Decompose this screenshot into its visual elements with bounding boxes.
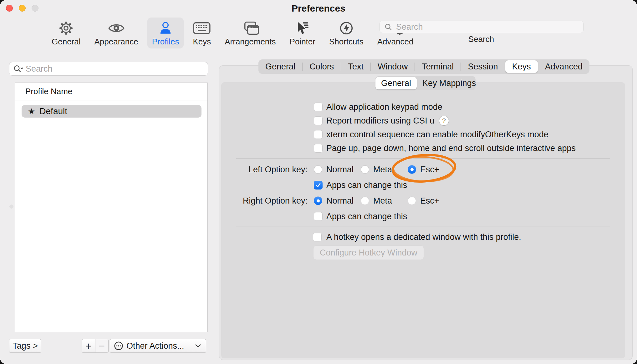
section-divider (236, 226, 610, 226)
radio-label: Normal (326, 196, 354, 206)
keyboard-icon (193, 20, 211, 36)
right-apps-change-checkbox[interactable] (314, 212, 323, 221)
right-option-esc-radio[interactable] (408, 197, 416, 205)
bolt-circle-icon (339, 20, 354, 36)
checkbox-label: Apps can change this (326, 180, 407, 190)
left-option-meta-radio[interactable] (361, 165, 369, 174)
radio-label: Normal (326, 165, 354, 174)
toolbar-search-input[interactable] (395, 22, 572, 32)
left-option-label: Left Option key: (219, 165, 308, 174)
profile-list-header: Profile Name (15, 83, 207, 100)
subtab-general[interactable]: General (375, 77, 417, 89)
tags-button-label: Tags > (13, 341, 38, 351)
add-remove-group: + − (82, 339, 109, 353)
other-actions-dropdown[interactable]: Other Actions... (110, 339, 206, 353)
tab-terminal[interactable]: Terminal (415, 60, 461, 73)
profile-tabs: General Colors Text Window Terminal Sess… (258, 59, 589, 74)
toolbar-item-label: Arrangements (225, 37, 276, 47)
chevron-down-icon (195, 344, 201, 348)
ellipsis-circle-icon (114, 341, 123, 351)
toolbar-item-label: Shortcuts (329, 37, 364, 47)
left-option-esc-radio[interactable] (408, 165, 416, 174)
tab-window[interactable]: Window (371, 60, 415, 73)
tab-text[interactable]: Text (341, 60, 370, 73)
remove-profile-button[interactable]: − (95, 339, 109, 352)
checkbox-label: A hotkey opens a dedicated window with t… (326, 232, 521, 242)
radio-label: Meta (373, 165, 392, 174)
left-apps-change-checkbox[interactable] (314, 181, 323, 190)
keys-subtabs: General Key Mappings (375, 76, 476, 90)
person-icon (158, 20, 173, 36)
checkbox-label: Page up, page down, home and end scroll … (326, 144, 576, 153)
checkbox-label: xterm control sequence can enable modify… (326, 130, 548, 139)
toolbar-item-label: Keys (193, 37, 211, 47)
toolbar-item-shortcuts[interactable]: Shortcuts (324, 18, 368, 48)
right-option-meta-radio[interactable] (361, 197, 369, 205)
toolbar-item-label: Profiles (152, 37, 179, 47)
hotkey-checkbox[interactable] (313, 233, 322, 241)
checkbox-row: Allow application keypad mode (0, 100, 637, 114)
left-option-normal-radio[interactable] (314, 165, 322, 174)
toolbar-item-arrangements[interactable]: Arrangements (220, 18, 280, 48)
toolbar-item-label: Pointer (290, 37, 315, 47)
search-icon (384, 23, 392, 31)
hotkey-row: A hotkey opens a dedicated window with t… (0, 230, 637, 244)
toolbar-search-label: Search (380, 34, 583, 44)
profile-search-input[interactable] (25, 64, 195, 74)
add-profile-button[interactable]: + (82, 339, 95, 352)
radio-label: Esc+ (420, 165, 439, 174)
help-button[interactable]: ? (439, 116, 449, 125)
cursor-icon (295, 20, 310, 36)
radio-dot (317, 199, 320, 202)
toolbar-item-label: Appearance (94, 37, 138, 47)
checkbox-row: xterm control sequence can enable modify… (0, 128, 637, 141)
right-option-normal-radio[interactable] (314, 197, 322, 205)
screenshot-stage: Preferences General Appearance Profiles … (0, 0, 637, 364)
toolbar-item-keys[interactable]: Keys (188, 18, 216, 48)
toolbar-item-appearance[interactable]: Appearance (90, 18, 143, 48)
tab-keys[interactable]: Keys (505, 60, 538, 73)
left-apps-change-row: Apps can change this (0, 178, 637, 192)
radio-label: Meta (373, 196, 392, 206)
tab-general[interactable]: General (258, 60, 302, 73)
checkbox-label: Report modifiers using CSI u (326, 116, 434, 126)
other-actions-label: Other Actions... (126, 341, 184, 351)
allow-keypad-checkbox[interactable] (314, 103, 323, 111)
preferences-toolbar: General Appearance Profiles Keys Arrange… (47, 18, 418, 48)
gear-icon (59, 20, 73, 36)
section-divider (236, 158, 610, 159)
toolbar-item-general[interactable]: General (47, 18, 85, 48)
tab-colors[interactable]: Colors (303, 60, 341, 73)
tab-session[interactable]: Session (461, 60, 505, 73)
toolbar-item-pointer[interactable]: Pointer (285, 18, 320, 48)
toolbar-item-label: General (52, 37, 81, 47)
right-apps-change-row: Apps can change this (0, 210, 637, 223)
checkmark-icon (315, 182, 321, 188)
checkbox-label: Apps can change this (326, 212, 407, 221)
right-option-label: Right Option key: (219, 196, 308, 206)
toolbar-item-profiles[interactable]: Profiles (147, 18, 184, 48)
left-option-row: Left Option key: Normal Meta Esc+ (0, 163, 637, 176)
subtab-key-mappings[interactable]: Key Mappings (417, 77, 482, 89)
windows-icon (242, 20, 259, 36)
page-scroll-checkbox[interactable] (314, 144, 323, 153)
preferences-window: Preferences General Appearance Profiles … (0, 0, 637, 364)
tab-advanced[interactable]: Advanced (538, 60, 589, 73)
radio-dot (410, 168, 414, 171)
tags-button[interactable]: Tags > (9, 339, 41, 353)
csi-u-checkbox[interactable] (314, 116, 323, 125)
checkbox-row: Page up, page down, home and end scroll … (0, 141, 637, 155)
window-title: Preferences (0, 3, 637, 14)
eye-icon (108, 20, 125, 36)
checkbox-row: Report modifiers using CSI u ? (0, 114, 637, 128)
search-scope-icon (13, 64, 24, 73)
configure-hotkey-window-button[interactable]: Configure Hotkey Window (313, 245, 424, 260)
modify-other-keys-checkbox[interactable] (314, 130, 323, 139)
radio-label: Esc+ (420, 196, 439, 206)
profile-search-field[interactable] (9, 62, 208, 76)
checkbox-label: Allow application keypad mode (326, 102, 442, 112)
right-option-row: Right Option key: Normal Meta Esc+ (0, 194, 637, 208)
toolbar-search-field[interactable] (380, 21, 583, 33)
